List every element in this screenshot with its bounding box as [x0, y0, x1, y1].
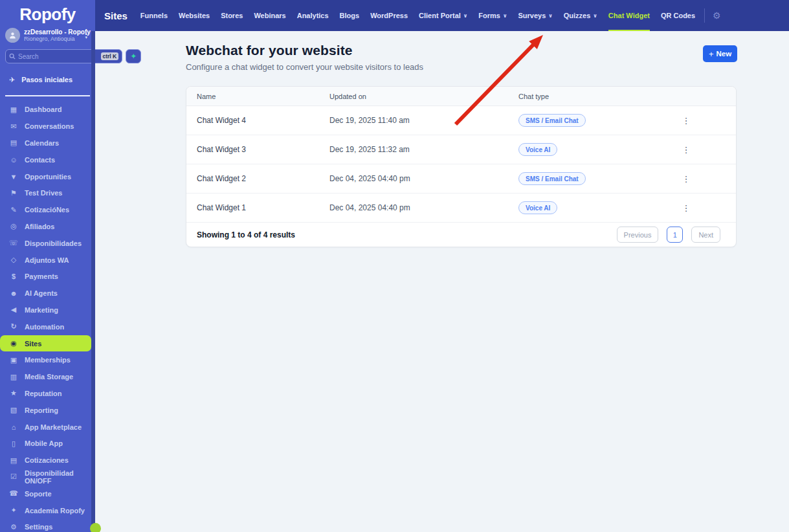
- table-header-row: Name Updated on Chat type: [186, 87, 736, 106]
- contact-icon: ☺: [9, 156, 18, 164]
- sidebar-item-cotizaciones-doc[interactable]: ✎CotizacióNes: [0, 201, 95, 218]
- tab-label: Funnels: [140, 12, 168, 19]
- sidebar-item-soporte[interactable]: ☎Soporte: [0, 485, 95, 502]
- tab-stores[interactable]: Stores: [221, 0, 243, 31]
- sparkle-icon: ✦: [130, 52, 137, 61]
- tab-forms[interactable]: Forms∨: [478, 0, 507, 31]
- sidebar-item-cotizaciones[interactable]: ▤Cotizaciones: [0, 452, 95, 469]
- sidebar-item-label: Sites: [25, 340, 41, 348]
- account-name: zzDesarrollo - Ropofy: [24, 28, 81, 36]
- chart-icon: ▧: [9, 406, 18, 414]
- chat-bubble-icon: ✉: [9, 122, 18, 131]
- row-menu-kebab-icon[interactable]: ⋮: [680, 203, 692, 213]
- tab-label: Webinars: [254, 12, 285, 19]
- table-row[interactable]: Chat Widget 3 Dec 19, 2025 11:32 am Voic…: [186, 135, 736, 164]
- phone-device-icon: ▯: [9, 439, 18, 448]
- account-switcher[interactable]: zzDesarrollo - Ropofy Rionegro, Antioqui…: [0, 25, 95, 43]
- sidebar-item-reputation[interactable]: ★Reputation: [0, 385, 95, 402]
- sidebar-item-disponibilidad-onoff[interactable]: ☑Disponibilidad ON/OFF: [0, 469, 95, 485]
- settings-gear-icon[interactable]: ⚙: [713, 10, 721, 21]
- sidebar-item-label: Adjuntos WA: [25, 256, 69, 264]
- previous-button[interactable]: Previous: [617, 227, 659, 243]
- membership-icon: ▣: [9, 356, 18, 364]
- sidebar-scrollbar[interactable]: [91, 31, 95, 532]
- ai-sparkle-button[interactable]: ✦: [126, 49, 141, 63]
- tab-label: Blogs: [340, 12, 360, 19]
- tab-label: Stores: [221, 12, 243, 19]
- sidebar-item-dashboard[interactable]: ▦Dashboard: [0, 102, 95, 118]
- row-menu-kebab-icon[interactable]: ⋮: [680, 116, 692, 126]
- next-button[interactable]: Next: [691, 227, 720, 243]
- sidebar-item-marketing[interactable]: ◀Marketing: [0, 302, 95, 318]
- chevron-down-icon: ∨: [548, 13, 553, 19]
- media-icon: ▥: [9, 373, 18, 381]
- tab-surveys[interactable]: Surveys∨: [518, 0, 552, 31]
- tab-label: Chat Widget: [608, 12, 650, 19]
- sidebar-item-test-drives[interactable]: ⚑Test Drives: [0, 184, 95, 201]
- search-box[interactable]: ctrl K: [5, 49, 122, 63]
- table-row[interactable]: Chat Widget 2 Dec 04, 2025 04:40 pm SMS …: [186, 164, 736, 194]
- tab-blogs[interactable]: Blogs: [340, 0, 360, 31]
- sidebar-item-mobile-app[interactable]: ▯Mobile App: [0, 435, 95, 452]
- sidebar-item-afiliados[interactable]: ◎Afiliados: [0, 218, 95, 235]
- main-content: Webchat for your website Configure a cha…: [95, 31, 789, 532]
- row-menu-kebab-icon[interactable]: ⋮: [680, 145, 692, 155]
- sidebar-item-label: Conversations: [25, 122, 74, 130]
- tab-label: Surveys: [518, 12, 546, 19]
- sidebar-item-automation[interactable]: ↻Automation: [0, 318, 95, 335]
- sidebar-item-app-marketplace[interactable]: ⌂App Marketplace: [0, 419, 95, 436]
- sidebar-item-opportunities[interactable]: ▼Opportunities: [0, 168, 95, 185]
- globe-icon: ◉: [9, 339, 18, 348]
- chat-type-badge: SMS / Email Chat: [518, 114, 586, 127]
- tab-quizzes[interactable]: Quizzes∨: [564, 0, 597, 31]
- table-row[interactable]: Chat Widget 1 Dec 04, 2025 04:40 pm Voic…: [186, 194, 736, 223]
- chevron-down-icon: ∨: [463, 13, 468, 19]
- tab-qr-codes[interactable]: QR Codes: [661, 0, 695, 31]
- sidebar-item-payments[interactable]: $Payments: [0, 268, 95, 285]
- sidebar-item-pasos-iniciales[interactable]: ✈ Pasos iniciales: [0, 72, 95, 87]
- page-subtitle: Configure a chat widget to convert your …: [186, 62, 423, 72]
- brand-logo: Ropofy: [0, 0, 95, 25]
- chat-type-badge: Voice AI: [518, 201, 557, 214]
- sidebar-item-label: App Marketplace: [25, 423, 82, 431]
- sidebar-item-label: Marketing: [25, 306, 58, 314]
- account-location: Rionegro, Antioquia: [24, 36, 81, 42]
- chat-bubble-indicator[interactable]: [90, 523, 101, 532]
- tab-client-portal[interactable]: Client Portal∨: [419, 0, 467, 31]
- sidebar-item-settings[interactable]: ⚙Settings: [0, 518, 95, 532]
- sidebar-item-label: Afiliados: [25, 223, 54, 230]
- row-menu-kebab-icon[interactable]: ⋮: [680, 174, 692, 184]
- keyboard-shortcut-badge: ctrl K: [101, 52, 119, 60]
- sidebar-item-reporting[interactable]: ▧Reporting: [0, 402, 95, 419]
- account-switch-chevrons-icon[interactable]: ▴ ▾: [85, 32, 90, 39]
- tab-analytics[interactable]: Analytics: [297, 0, 329, 31]
- sidebar-item-disponibilidades[interactable]: ☏Disponibilidades: [0, 235, 95, 252]
- tab-wordpress[interactable]: WordPress: [370, 0, 408, 31]
- chevron-down-icon: ▾: [85, 36, 87, 39]
- results-summary: Showing 1 to 4 of 4 results: [197, 230, 295, 239]
- tab-websites[interactable]: Websites: [179, 0, 210, 31]
- table-row[interactable]: Chat Widget 4 Dec 19, 2025 11:40 am SMS …: [186, 106, 736, 135]
- search-input[interactable]: [18, 53, 98, 60]
- tab-webinars[interactable]: Webinars: [254, 0, 285, 31]
- sidebar-item-memberships[interactable]: ▣Memberships: [0, 351, 95, 368]
- sidebar-item-label: Disponibilidades: [25, 239, 82, 247]
- sidebar-item-conversations[interactable]: ✉Conversations: [0, 118, 95, 135]
- page-number-button[interactable]: 1: [667, 227, 683, 243]
- new-button[interactable]: + New: [703, 45, 737, 62]
- tab-label: Client Portal: [419, 12, 461, 19]
- sidebar-item-adjuntos-wa[interactable]: ◇Adjuntos WA: [0, 252, 95, 269]
- sidebar-item-ai-agents[interactable]: ☻AI Agents: [0, 285, 95, 302]
- sidebar-item-media-storage[interactable]: ▥Media Storage: [0, 368, 95, 385]
- sidebar-item-sites[interactable]: ◉Sites: [0, 335, 91, 352]
- sidebar-nav-list: ▦Dashboard ✉Conversations ▤Calendars ☺Co…: [0, 102, 95, 532]
- sidebar-item-academia-ropofy[interactable]: ✦Academia Ropofy: [0, 502, 95, 519]
- sidebar-item-label: Opportunities: [25, 173, 71, 181]
- top-navigation-bar: Sites Funnels Websites Stores Webinars A…: [95, 0, 789, 31]
- sidebar-item-contacts[interactable]: ☺Contacts: [0, 151, 95, 168]
- calendar-icon: ▤: [9, 139, 18, 147]
- tab-chat-widget[interactable]: Chat Widget: [608, 0, 650, 31]
- column-header-chat-type: Chat type: [518, 93, 680, 100]
- sidebar-item-calendars[interactable]: ▤Calendars: [0, 135, 95, 151]
- tab-funnels[interactable]: Funnels: [140, 0, 168, 31]
